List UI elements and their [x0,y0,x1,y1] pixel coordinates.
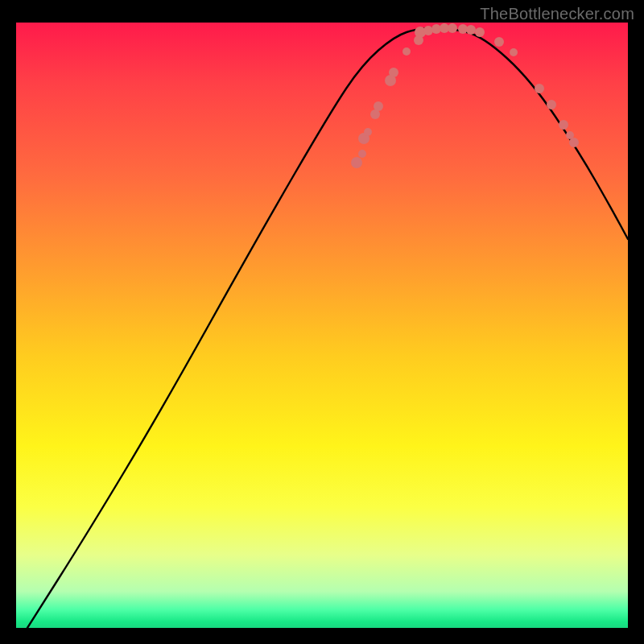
data-marker [402,47,411,56]
data-marker [510,48,518,56]
chart-svg [16,23,628,628]
data-marker [466,25,476,35]
plot-area [16,23,628,628]
watermark-text: TheBottlenecker.com [480,5,634,23]
data-marker [351,157,362,168]
data-marker [494,37,504,47]
chart-container: TheBottlenecker.com [0,0,644,644]
data-marker [448,23,457,33]
data-marker [423,26,433,35]
data-marker [358,150,366,158]
data-marker [475,27,485,37]
data-marker [374,101,383,111]
bottleneck-curve [27,28,628,628]
data-marker [569,138,579,147]
data-marker [389,68,398,77]
data-marker [535,84,544,93]
data-marker [559,120,568,130]
data-marker [364,128,372,136]
data-marker [547,100,556,109]
